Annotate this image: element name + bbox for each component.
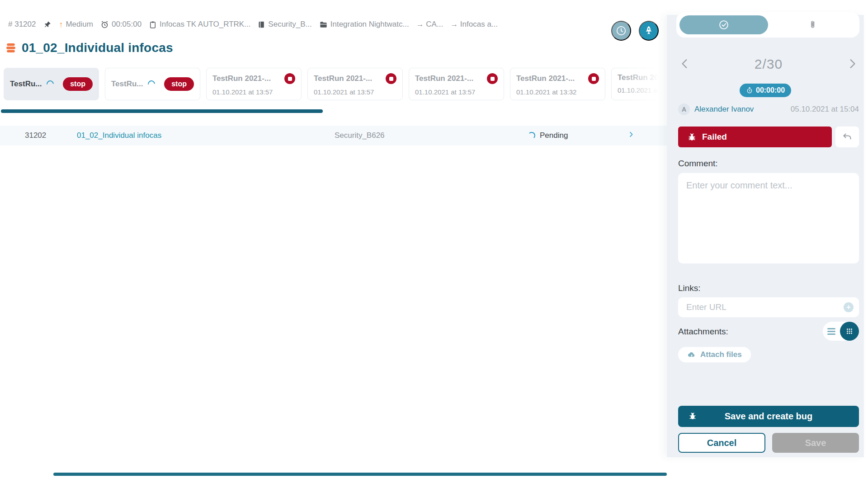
- testrun-name: TestRun 2021-...: [314, 74, 372, 83]
- chevron-left-icon: [679, 58, 691, 70]
- result-timestamp: 05.10.2021 at 15:04: [791, 105, 859, 114]
- path-segment-1[interactable]: → CA...: [416, 20, 443, 29]
- test-point-status: Pending: [540, 131, 568, 140]
- testrun-name: TestRun 2021-...: [516, 74, 575, 83]
- tab-attachments[interactable]: [768, 15, 859, 34]
- chevron-right-icon: [846, 58, 858, 70]
- history-timer-button[interactable]: [611, 21, 631, 41]
- suite-item[interactable]: Security_B...: [258, 20, 311, 29]
- spinner-icon: [45, 79, 55, 89]
- elapsed-timer-badge[interactable]: 00:00:00: [740, 84, 791, 97]
- priority-label: Medium: [66, 20, 93, 29]
- link-input-wrap: +: [678, 297, 859, 317]
- elapsed-time: 00:00:00: [756, 86, 785, 94]
- test-plan-item[interactable]: Infocas TK AUTO_RTRK...: [149, 20, 250, 29]
- links-label: Links:: [678, 283, 701, 293]
- cancel-button[interactable]: Cancel: [678, 433, 765, 453]
- stopped-icon: [487, 73, 498, 84]
- stop-run-button[interactable]: stop: [63, 77, 93, 91]
- page-title-row: 01_02_Individual infocas: [5, 41, 173, 55]
- pagination: 2/30: [678, 56, 859, 72]
- cards-scrollbar-thumb[interactable]: [1, 109, 323, 113]
- test-point-configuration: Security_B626: [335, 131, 385, 140]
- testrun-date: 01.10.2021 at 13:32: [516, 88, 599, 96]
- breadcrumb: # 31202 ↑ Medium 00:05:00 Infocas TK AUT…: [8, 18, 498, 31]
- test-point-row[interactable]: 31202 01_02_Individual infocas Security_…: [0, 126, 667, 145]
- spinner-icon: [146, 79, 156, 89]
- url-input[interactable]: [678, 297, 859, 317]
- add-link-button[interactable]: +: [844, 302, 854, 312]
- testrun-name: TestRu...: [111, 80, 143, 89]
- stop-run-button[interactable]: stop: [164, 77, 194, 91]
- book-icon: [258, 20, 265, 29]
- avatar: A: [678, 103, 690, 115]
- testrun-name: TestRun 2021-...: [415, 74, 473, 83]
- prev-button[interactable]: [678, 57, 692, 72]
- comment-label: Comment:: [678, 159, 718, 169]
- project-item[interactable]: Integration Nightwatc...: [319, 20, 409, 29]
- page-title: 01_02_Individual infocas: [22, 41, 173, 55]
- testrun-name: TestRun 202: [618, 73, 663, 82]
- status-failed-button[interactable]: Failed: [678, 127, 832, 147]
- save-and-create-bug-label: Save and create bug: [725, 411, 813, 421]
- clock-icon: [615, 25, 627, 37]
- testrun-card[interactable]: TestRu... stop: [105, 68, 200, 100]
- status-label: Failed: [702, 132, 727, 142]
- cloud-upload-icon: [687, 350, 696, 359]
- test-point-id: 31202: [25, 131, 46, 140]
- testrun-card[interactable]: TestRu... stop: [4, 68, 99, 100]
- author-row: A Alexander Ivanov 05.10.2021 at 15:04: [678, 103, 859, 115]
- duration-item: 00:05:00: [100, 20, 142, 29]
- testrun-card[interactable]: TestRun 2021-... 01.10.2021 at 13:57: [307, 68, 403, 100]
- next-button[interactable]: [845, 57, 859, 72]
- launch-button[interactable]: [639, 21, 659, 41]
- duration-label: 00:05:00: [112, 20, 142, 29]
- stopwatch-icon: [746, 87, 753, 94]
- paperclip-icon: [809, 20, 819, 30]
- grid-view-button[interactable]: [840, 322, 859, 341]
- list-view-button[interactable]: [823, 322, 840, 341]
- check-circle-icon: [718, 19, 730, 31]
- folder-icon: [319, 20, 328, 29]
- rocket-icon: [643, 25, 654, 36]
- path-segment-2[interactable]: → Infocas a...: [450, 20, 498, 29]
- testrun-card[interactable]: TestRun 2021-... 01.10.2021 at 13:57: [206, 68, 302, 100]
- horizontal-scrollbar-thumb[interactable]: [53, 473, 667, 476]
- testrun-card[interactable]: TestRun 2021-... 01.10.2021 at 13:32: [510, 68, 605, 100]
- testrun-name: TestRu...: [10, 80, 42, 89]
- undo-status-button[interactable]: [835, 127, 859, 147]
- pagination-counter: 2/30: [755, 56, 783, 72]
- comment-textarea[interactable]: [678, 173, 859, 263]
- priority-item: ↑ Medium: [59, 20, 93, 29]
- save-and-create-bug-button[interactable]: Save and create bug: [678, 406, 859, 427]
- testrun-card[interactable]: TestRun 2021-... 01.10.2021 at 13:57: [409, 68, 504, 100]
- testrun-date: 01.10.2021 at 13:57: [314, 88, 396, 96]
- alarm-icon: [100, 20, 109, 29]
- undo-icon: [842, 131, 853, 142]
- attach-files-button[interactable]: Attach files: [678, 347, 751, 362]
- case-id: # 31202: [8, 20, 36, 29]
- spinner-icon: [528, 132, 535, 139]
- save-button[interactable]: Save: [772, 433, 859, 453]
- tab-result[interactable]: [679, 15, 768, 34]
- pin-icon[interactable]: [43, 20, 52, 29]
- stopped-icon: [588, 73, 599, 84]
- clipboard-icon: [149, 20, 157, 29]
- testrun-cards: TestRu... stop TestRu... stop TestRun 20…: [4, 68, 707, 100]
- project-label: Integration Nightwatc...: [330, 20, 409, 29]
- result-panel: 2/30 00:00:00 A Alexander Ivanov 05.10.2…: [667, 15, 864, 457]
- attachments-view-toggle: [823, 322, 859, 341]
- test-plan-label: Infocas TK AUTO_RTRK...: [160, 20, 250, 29]
- layers-icon: [5, 42, 17, 54]
- testrun-date: 01.10.2021 at 13:57: [415, 88, 498, 96]
- stopped-icon: [386, 73, 396, 84]
- app-window: # 31202 ↑ Medium 00:05:00 Infocas TK AUT…: [0, 0, 868, 488]
- testrun-name: TestRun 2021-...: [212, 74, 271, 83]
- author-name-link[interactable]: Alexander Ivanov: [694, 105, 754, 114]
- testrun-date: 01.10.2021 at 13:57: [212, 88, 295, 96]
- list-icon: [827, 327, 835, 336]
- attach-files-label: Attach files: [700, 350, 742, 359]
- row-chevron-right-icon[interactable]: [627, 131, 635, 141]
- test-point-link[interactable]: 01_02_Individual infocas: [77, 131, 161, 140]
- bug-icon: [687, 132, 697, 142]
